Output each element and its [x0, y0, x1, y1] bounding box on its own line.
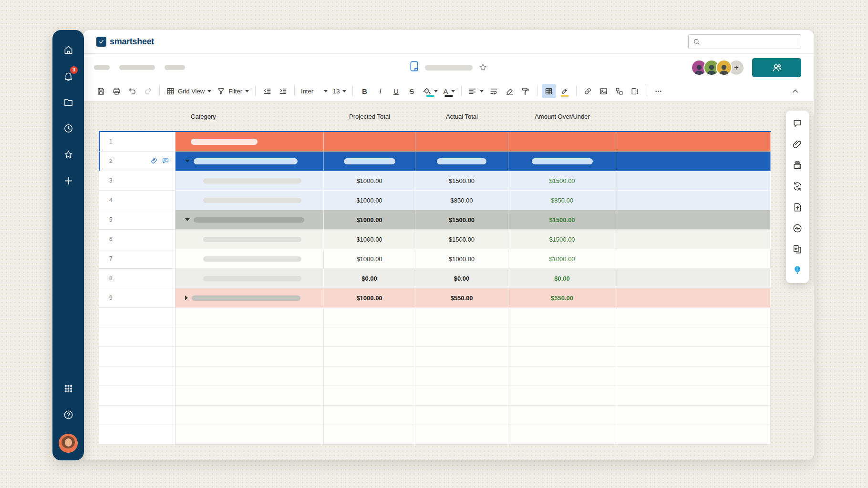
column-header-amount-over-under[interactable]: Amount Over/Under	[508, 113, 616, 120]
cell-amount-over-under[interactable]	[508, 406, 616, 425]
sidebar-favorites-button[interactable]	[59, 145, 77, 163]
cell-category[interactable]	[176, 210, 324, 230]
cell-projected-total[interactable]: $1000.00	[324, 171, 415, 191]
row-number-cell[interactable]: 6	[99, 230, 176, 249]
cell-actual-total[interactable]	[415, 308, 508, 327]
column-header-category[interactable]: Category	[176, 113, 324, 120]
proofs-button[interactable]	[790, 158, 805, 173]
user-avatar[interactable]	[59, 434, 78, 453]
column-header-projected-total[interactable]: Projected Total	[324, 113, 415, 120]
row-number-cell[interactable]: 3	[99, 171, 176, 191]
cell-empty[interactable]	[616, 347, 771, 366]
row-number-cell[interactable]: 7	[99, 249, 176, 269]
sidebar-notifications-button[interactable]: 3	[59, 67, 77, 85]
cell-projected-total[interactable]	[324, 132, 415, 152]
row-number-cell[interactable]	[99, 347, 176, 366]
cell-actual-total[interactable]	[415, 347, 508, 366]
collapse-row-toggle[interactable]	[185, 218, 190, 221]
cell-category[interactable]	[176, 230, 324, 249]
cell-amount-over-under[interactable]	[508, 347, 616, 366]
cell-category[interactable]	[176, 152, 324, 171]
bold-button[interactable]: B	[357, 84, 372, 98]
cell-projected-total[interactable]: $1000.00	[324, 230, 415, 249]
cell-empty[interactable]	[616, 191, 771, 210]
cell-category[interactable]	[176, 406, 324, 425]
row-number-cell[interactable]: 9	[99, 288, 176, 308]
expand-row-toggle[interactable]	[185, 295, 188, 300]
underline-button[interactable]: U	[389, 84, 403, 98]
cell-empty[interactable]	[616, 171, 771, 191]
update-requests-button[interactable]	[790, 179, 805, 194]
save-button[interactable]	[93, 84, 108, 98]
cell-empty[interactable]	[616, 249, 771, 269]
cell-category[interactable]	[176, 132, 324, 152]
cell-empty[interactable]	[616, 327, 771, 347]
cell-empty[interactable]	[616, 210, 771, 230]
cell-empty[interactable]	[616, 425, 771, 445]
cell-amount-over-under[interactable]: $1500.00	[508, 210, 616, 230]
breadcrumb-item-2[interactable]	[119, 65, 155, 70]
search-input[interactable]	[703, 38, 797, 45]
comment-icon[interactable]	[162, 157, 169, 165]
font-family-button[interactable]: Inter	[299, 84, 330, 98]
cell-category[interactable]	[176, 386, 324, 406]
favorite-star-button[interactable]	[478, 62, 488, 72]
italic-button[interactable]: I	[373, 84, 387, 98]
publish-button[interactable]	[790, 200, 805, 215]
cell-category[interactable]	[176, 269, 324, 288]
cell-amount-over-under[interactable]: $850.00	[508, 191, 616, 210]
cell-category[interactable]	[176, 171, 324, 191]
sidebar-help-button[interactable]	[59, 406, 77, 424]
clear-format-button[interactable]	[503, 84, 517, 98]
sidebar-recents-button[interactable]	[59, 119, 77, 137]
cell-actual-total[interactable]: $1500.00	[415, 171, 508, 191]
cell-amount-over-under[interactable]: $1500.00	[508, 171, 616, 191]
format-painter-button[interactable]	[518, 84, 533, 98]
cell-actual-total[interactable]	[415, 327, 508, 347]
strikethrough-button[interactable]: S	[404, 84, 419, 98]
cell-amount-over-under[interactable]: $1500.00	[508, 230, 616, 249]
cell-empty[interactable]	[616, 269, 771, 288]
cell-empty[interactable]	[616, 230, 771, 249]
print-button[interactable]	[109, 84, 124, 98]
cell-amount-over-under[interactable]: $550.00	[508, 288, 616, 308]
cell-projected-total[interactable]: $1000.00	[324, 191, 415, 210]
cell-empty[interactable]	[616, 386, 771, 406]
sidebar-home-button[interactable]	[59, 41, 77, 59]
cell-amount-over-under[interactable]	[508, 366, 616, 386]
cell-category[interactable]	[176, 425, 324, 445]
cell-category[interactable]	[176, 249, 324, 269]
cell-projected-total[interactable]	[324, 152, 415, 171]
row-number-cell[interactable]	[99, 366, 176, 386]
collapse-toolbar-button[interactable]	[788, 84, 802, 98]
cell-amount-over-under[interactable]	[508, 327, 616, 347]
cell-projected-total[interactable]: $1000.00	[324, 288, 415, 308]
comments-button[interactable]	[790, 116, 805, 131]
cell-actual-total[interactable]: $1500.00	[415, 230, 508, 249]
cell-category[interactable]	[176, 191, 324, 210]
cell-category[interactable]	[176, 366, 324, 386]
cell-empty[interactable]	[616, 406, 771, 425]
breadcrumb-item-3[interactable]	[165, 65, 185, 70]
cell-category[interactable]	[176, 288, 324, 308]
more-options-button[interactable]	[651, 84, 666, 98]
cell-projected-total[interactable]	[324, 425, 415, 445]
collapse-row-toggle[interactable]	[185, 160, 190, 163]
cell-actual-total[interactable]: $0.00	[415, 269, 508, 288]
cell-actual-total[interactable]: $550.00	[415, 288, 508, 308]
insert-link-button[interactable]	[581, 84, 595, 98]
cell-empty[interactable]	[616, 152, 771, 171]
cell-empty[interactable]	[616, 288, 771, 308]
cell-projected-total[interactable]	[324, 347, 415, 366]
cell-amount-over-under[interactable]	[508, 152, 616, 171]
cell-amount-over-under[interactable]	[508, 308, 616, 327]
cell-actual-total[interactable]	[415, 366, 508, 386]
cell-projected-total[interactable]	[324, 327, 415, 347]
attachments-button[interactable]	[790, 137, 805, 152]
cell-actual-total[interactable]	[415, 152, 508, 171]
row-number-cell[interactable]: 2	[99, 152, 176, 171]
font-size-button[interactable]: 13	[331, 84, 348, 98]
breadcrumb-item-1[interactable]	[94, 65, 110, 70]
sidebar-create-button[interactable]	[59, 172, 77, 190]
cell-projected-total[interactable]: $0.00	[324, 269, 415, 288]
